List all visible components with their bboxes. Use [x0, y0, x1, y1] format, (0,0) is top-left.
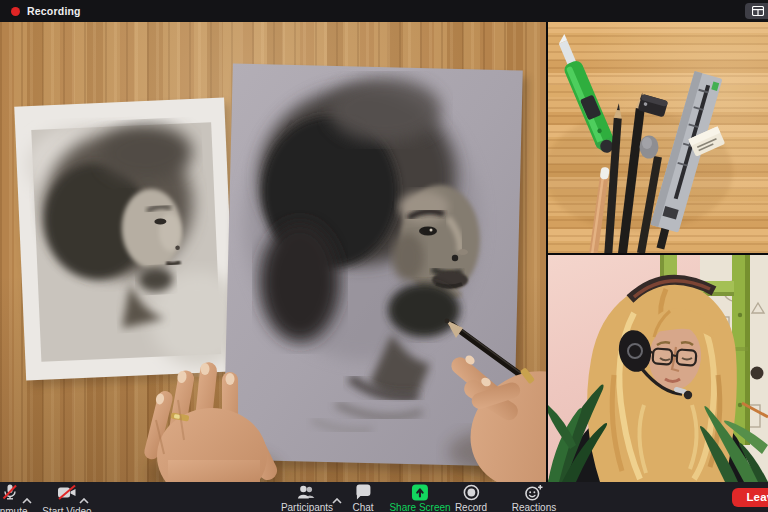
- drawing-scene: [0, 22, 546, 482]
- reference-print: [14, 97, 249, 386]
- chat-bubble-icon: [354, 484, 372, 501]
- reactions-button[interactable]: Reactions: [512, 484, 556, 512]
- leave-button[interactable]: Leave: [732, 488, 768, 507]
- reactions-smiley-icon: [524, 484, 544, 501]
- recording-indicator: Recording: [11, 0, 81, 22]
- kneaded-eraser: [640, 136, 659, 159]
- start-video-chevron-up-icon[interactable]: [79, 490, 89, 508]
- view-button[interactable]: View: [745, 3, 768, 19]
- supplies-video-feed[interactable]: [548, 22, 768, 253]
- share-screen-button[interactable]: Share Screen: [389, 484, 450, 512]
- recording-dot-icon: [11, 7, 20, 16]
- record-label: Record: [455, 502, 487, 512]
- share-screen-label: Share Screen: [389, 502, 450, 512]
- instructor-video-feed[interactable]: [548, 255, 768, 482]
- recording-label: Recording: [27, 5, 81, 17]
- participants-chevron-up-icon[interactable]: [332, 490, 342, 508]
- participants-label: Participants: [281, 502, 333, 512]
- record-button[interactable]: Record: [455, 484, 487, 512]
- zoom-meeting-window: Recording View: [0, 0, 768, 512]
- unmute-chevron-up-icon[interactable]: [22, 490, 32, 508]
- record-icon: [463, 484, 480, 501]
- chat-label: Chat: [352, 502, 373, 512]
- supplies-scene: [548, 22, 768, 253]
- participants-button[interactable]: Participants: [281, 484, 333, 512]
- gallery-view-icon: [752, 6, 764, 16]
- microphone-muted-icon: [0, 484, 20, 505]
- camera-muted-icon: [56, 484, 78, 505]
- chat-button[interactable]: Chat: [352, 484, 373, 512]
- share-screen-icon: [412, 484, 429, 501]
- instructor-scene: [548, 255, 768, 482]
- main-video-drawing-feed[interactable]: [0, 22, 546, 482]
- participants-icon: [296, 484, 318, 501]
- meeting-topbar: Recording View: [0, 0, 768, 22]
- reactions-label: Reactions: [512, 502, 556, 512]
- meeting-toolbar: Unmute Start Video: [0, 482, 768, 512]
